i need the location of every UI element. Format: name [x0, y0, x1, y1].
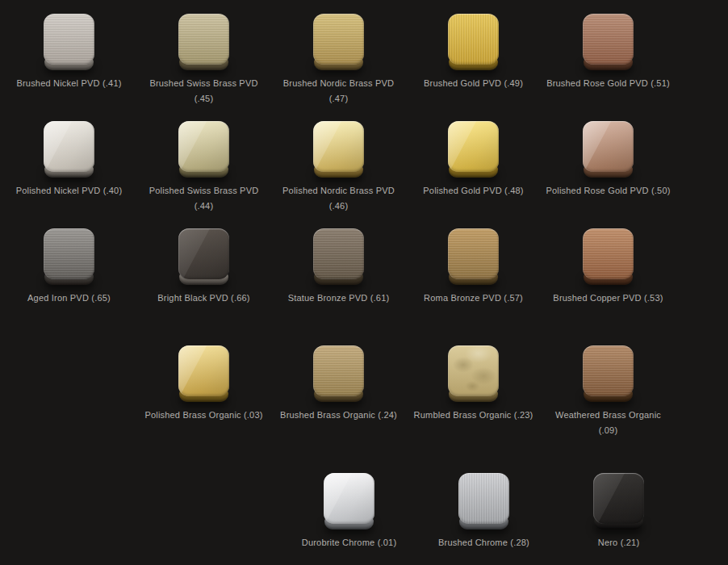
finish-label-line: (.09)	[544, 423, 673, 438]
finish-swatch[interactable]	[583, 345, 634, 402]
finish-swatch[interactable]	[313, 345, 364, 402]
finish-label: Polished Gold PVD (.48)	[409, 183, 538, 199]
finish-label-line: Roma Bronze PVD (.57)	[409, 291, 538, 306]
finish-option[interactable]: Aged Iron PVD (.65)	[2, 228, 136, 306]
finish-swatch[interactable]	[448, 14, 499, 70]
finish-option[interactable]: Bright Black PVD (.66)	[136, 228, 271, 306]
finish-label: Brushed Rose Gold PVD (.51)	[544, 76, 673, 91]
finish-swatch[interactable]	[44, 14, 94, 70]
finish-option[interactable]: Brushed Nordic Brass PVD(.47)	[271, 14, 406, 107]
gloss-highlight	[448, 121, 499, 172]
swatch-face	[583, 228, 634, 279]
finish-swatch[interactable]	[324, 473, 374, 529]
finish-option[interactable]: Polished Nickel PVD (.40)	[2, 121, 136, 214]
finish-option[interactable]: Brushed Nickel PVD (.41)	[2, 14, 136, 107]
finish-option[interactable]: Weathered Brass Organic(.09)	[541, 345, 676, 438]
finish-label: Polished Swiss Brass PVD(.44)	[140, 183, 269, 214]
swatch-face	[583, 14, 634, 65]
finish-label-line: Brushed Swiss Brass PVD	[140, 76, 269, 91]
swatch-face	[448, 345, 499, 396]
finish-label: Aged Iron PVD (.65)	[5, 291, 134, 306]
finish-option[interactable]: Nero (.21)	[551, 473, 686, 550]
finish-label-line: Polished Rose Gold PVD (.50)	[544, 183, 673, 199]
gloss-highlight	[178, 121, 229, 172]
swatch-face	[44, 14, 94, 65]
finish-swatch[interactable]	[458, 473, 509, 529]
finish-label-line: Aged Iron PVD (.65)	[5, 291, 134, 306]
finish-option[interactable]: Roma Bronze PVD (.57)	[406, 228, 541, 306]
gloss-highlight	[324, 473, 374, 524]
finish-label: Rumbled Brass Organic (.23)	[409, 408, 538, 423]
finish-option[interactable]: Brushed Chrome (.28)	[416, 473, 551, 550]
finish-label-line: Statue Bronze PVD (.61)	[274, 291, 404, 306]
finish-swatch[interactable]	[448, 228, 499, 285]
finish-swatch[interactable]	[178, 14, 229, 70]
finish-swatch[interactable]	[313, 121, 364, 178]
finish-swatch[interactable]	[178, 228, 229, 285]
swatch-face	[458, 473, 509, 524]
finish-swatch[interactable]	[44, 121, 94, 178]
finish-swatch[interactable]	[44, 228, 94, 285]
swatch-face	[313, 121, 364, 172]
finish-swatch[interactable]	[178, 345, 229, 402]
finish-label: Polished Brass Organic (.03)	[140, 408, 269, 423]
finish-label: Brushed Nickel PVD (.41)	[5, 76, 134, 91]
finish-label: Brushed Gold PVD (.49)	[409, 76, 538, 91]
finish-option[interactable]: Polished Gold PVD (.48)	[406, 121, 541, 214]
finish-option[interactable]: Brushed Swiss Brass PVD(.45)	[136, 14, 271, 107]
finish-option[interactable]: Statue Bronze PVD (.61)	[271, 228, 406, 306]
finish-label: Weathered Brass Organic(.09)	[544, 408, 673, 438]
swatch-face	[448, 228, 499, 279]
finish-label: Polished Nickel PVD (.40)	[5, 183, 134, 199]
swatch-face	[44, 121, 94, 172]
finish-row: Aged Iron PVD (.65) Bright Black PVD (.6…	[2, 228, 676, 306]
finish-label-line: Brushed Rose Gold PVD (.51)	[544, 76, 673, 91]
finish-swatch[interactable]	[448, 345, 499, 402]
swatch-face	[178, 14, 229, 65]
finish-swatch[interactable]	[583, 14, 634, 70]
finish-option[interactable]: Brushed Brass Organic (.24)	[271, 345, 406, 438]
finish-swatch[interactable]	[583, 121, 634, 178]
finish-option[interactable]: Polished Rose Gold PVD (.50)	[541, 121, 676, 214]
finish-label: Statue Bronze PVD (.61)	[274, 291, 404, 306]
finish-option[interactable]: Polished Brass Organic (.03)	[136, 345, 271, 438]
finish-label: Bright Black PVD (.66)	[140, 291, 269, 306]
finish-row: Brushed Nickel PVD (.41) Brushed Swiss B…	[2, 14, 676, 107]
finish-option[interactable]: Brushed Rose Gold PVD (.51)	[541, 14, 676, 107]
swatch-face	[313, 345, 364, 396]
gloss-highlight	[44, 121, 94, 172]
finish-label: Durobrite Chrome (.01)	[285, 535, 414, 550]
finish-label-line: Durobrite Chrome (.01)	[285, 535, 414, 550]
swatch-face	[448, 121, 499, 172]
finish-option[interactable]: Rumbled Brass Organic (.23)	[406, 345, 541, 438]
swatch-face	[313, 228, 364, 279]
finish-option[interactable]: Polished Swiss Brass PVD(.44)	[136, 121, 271, 214]
finish-label-line: (.45)	[140, 91, 269, 107]
finish-option[interactable]: Brushed Gold PVD (.49)	[406, 14, 541, 107]
finish-swatch[interactable]	[313, 228, 364, 285]
finish-label-line: Brushed Chrome (.28)	[420, 535, 549, 550]
finish-label-line: (.44)	[140, 199, 269, 214]
gloss-highlight	[178, 345, 229, 396]
finish-row: Polished Brass Organic (.03) Brushed Bra…	[136, 345, 676, 438]
swatch-face	[583, 121, 634, 172]
swatch-face	[324, 473, 374, 524]
finish-label: Brushed Chrome (.28)	[420, 535, 549, 550]
swatch-face	[583, 345, 634, 396]
finish-option[interactable]: Brushed Copper PVD (.53)	[541, 228, 676, 306]
finish-option[interactable]: Durobrite Chrome (.01)	[282, 473, 416, 550]
finish-swatch[interactable]	[178, 121, 229, 178]
swatch-face	[448, 14, 499, 65]
finish-label: Nero (.21)	[554, 535, 684, 550]
finish-swatch[interactable]	[448, 121, 499, 178]
finish-label: Brushed Copper PVD (.53)	[544, 291, 673, 306]
finish-swatch[interactable]	[583, 228, 634, 285]
swatch-face	[313, 14, 364, 65]
finish-label-line: Polished Brass Organic (.03)	[140, 408, 269, 423]
finish-swatch[interactable]	[313, 14, 364, 70]
finish-swatch[interactable]	[593, 473, 644, 529]
finish-label-line: Polished Swiss Brass PVD	[140, 183, 269, 199]
finish-label-line: Nero (.21)	[554, 535, 684, 550]
finish-label: Brushed Nordic Brass PVD(.47)	[274, 76, 404, 107]
finish-option[interactable]: Polished Nordic Brass PVD(.46)	[271, 121, 406, 214]
